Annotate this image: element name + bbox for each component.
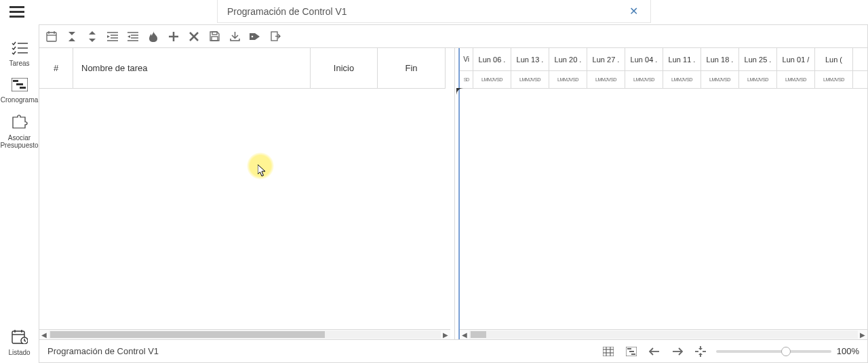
gantt-days: LMMJVSD xyxy=(777,71,815,88)
document-tab[interactable]: Programación de Control V1 ✕ xyxy=(217,0,651,23)
gantt-weeks-row: Vi Lun 06 . Lun 13 . Lun 20 . Lun 27 . L… xyxy=(460,48,867,71)
cursor-highlight xyxy=(247,152,274,179)
svg-rect-15 xyxy=(47,33,56,41)
nav-center-icon[interactable] xyxy=(693,344,708,359)
cursor-icon xyxy=(258,165,267,179)
main-panel: # Nombre de tarea Inicio Fin ◀ ▶ xyxy=(39,24,868,363)
gantt-week[interactable]: Lun 27 . xyxy=(587,48,625,70)
grid-header: # Nombre de tarea Inicio Fin xyxy=(39,48,450,89)
gantt-week[interactable]: Lun 11 . xyxy=(663,48,701,70)
nav-listado[interactable]: Listado xyxy=(2,325,37,363)
gantt-header: Vi Lun 06 . Lun 13 . Lun 20 . Lun 27 . L… xyxy=(460,48,867,89)
timeline-handle[interactable] xyxy=(456,87,463,94)
svg-marker-32 xyxy=(127,35,130,38)
gantt-days: LMMJVSD xyxy=(511,71,549,88)
gantt-week[interactable]: Lun 06 . xyxy=(473,48,511,70)
content-split: # Nombre de tarea Inicio Fin ◀ ▶ xyxy=(39,48,867,339)
scroll-thumb[interactable] xyxy=(50,331,325,338)
gantt-icon xyxy=(12,78,28,93)
expand-vert-icon[interactable] xyxy=(85,30,99,43)
gantt-week[interactable]: Lun 20 . xyxy=(549,48,587,70)
gantt-days: LMMJVSD xyxy=(587,71,625,88)
scroll-thumb[interactable] xyxy=(471,331,486,338)
outdent-icon[interactable] xyxy=(126,30,140,43)
gantt-days-row: SD LMMJVSD LMMJVSD LMMJVSD LMMJVSD LMMJV… xyxy=(460,71,867,89)
calendar-icon[interactable] xyxy=(45,30,58,43)
hamburger-menu[interactable] xyxy=(0,0,34,24)
indent-icon[interactable] xyxy=(106,30,119,43)
gantt-days: LMMJVSD xyxy=(663,71,701,88)
gantt-week-partial[interactable]: Vi xyxy=(460,48,473,70)
gantt-week[interactable]: Lun 25 . xyxy=(739,48,777,70)
delete-icon[interactable] xyxy=(187,30,201,43)
scroll-left-icon[interactable]: ◀ xyxy=(39,330,49,339)
gantt-week[interactable]: Lun 13 . xyxy=(511,48,549,70)
col-name[interactable]: Nombre de tarea xyxy=(73,48,311,89)
exit-icon[interactable] xyxy=(269,30,282,43)
gantt-days: LMMJVSD xyxy=(701,71,739,88)
col-end[interactable]: Fin xyxy=(378,48,446,89)
nav-back-icon[interactable] xyxy=(647,344,662,359)
tag-icon[interactable] xyxy=(248,30,262,43)
svg-marker-20 xyxy=(68,38,75,41)
nav-asociar[interactable]: Asociar Presupuesto xyxy=(2,110,37,156)
grid-hscroll[interactable]: ◀ ▶ xyxy=(39,329,450,339)
flame-icon[interactable] xyxy=(146,30,160,43)
svg-marker-22 xyxy=(89,39,96,42)
checklist-icon xyxy=(12,41,28,57)
svg-rect-7 xyxy=(13,80,18,82)
svg-marker-21 xyxy=(89,31,96,35)
svg-rect-49 xyxy=(627,348,631,349)
plus-icon[interactable] xyxy=(167,30,180,43)
gantt-days: LMMJVSD xyxy=(473,71,511,88)
gantt-days: LMMJVSD xyxy=(815,71,853,88)
grid-body[interactable] xyxy=(39,89,450,329)
svg-rect-43 xyxy=(603,347,614,356)
scroll-track[interactable] xyxy=(49,330,441,339)
gantt-hscroll[interactable]: ◀ ▶ xyxy=(460,329,867,339)
scroll-right-icon[interactable]: ▶ xyxy=(858,330,867,339)
gantt-body[interactable] xyxy=(460,89,867,329)
collapse-vert-icon[interactable] xyxy=(65,30,79,43)
gantt-days: LMMJVSD xyxy=(625,71,663,88)
zoom-label: 100% xyxy=(837,346,859,356)
save-icon[interactable] xyxy=(208,30,221,43)
view-table-icon[interactable] xyxy=(601,344,616,359)
svg-marker-19 xyxy=(68,32,75,35)
status-title: Programación de Control V1 xyxy=(47,346,593,356)
gantt-week[interactable]: Lun 01 / xyxy=(777,48,815,70)
gantt-week[interactable]: Lun ( xyxy=(815,48,853,70)
top-bar: Programación de Control V1 ✕ xyxy=(0,0,868,24)
gantt-days: LMMJVSD xyxy=(549,71,587,88)
close-icon[interactable]: ✕ xyxy=(627,2,641,20)
col-number[interactable]: # xyxy=(39,48,73,89)
calendar-list-icon xyxy=(12,329,28,346)
download-icon[interactable] xyxy=(228,30,241,43)
svg-rect-0 xyxy=(9,6,24,8)
gantt-days: LMMJVSD xyxy=(739,71,777,88)
scroll-left-icon[interactable]: ◀ xyxy=(460,330,469,339)
toolbar xyxy=(39,25,867,48)
gantt-days-partial: SD xyxy=(460,71,473,88)
gantt-week[interactable]: Lun 04 . xyxy=(625,48,663,70)
nav-forward-icon[interactable] xyxy=(670,344,685,359)
nav-label: Asociar Presupuesto xyxy=(0,134,38,149)
view-gantt-icon[interactable] xyxy=(624,344,639,359)
status-bar: Programación de Control V1 100% xyxy=(39,339,867,362)
svg-rect-50 xyxy=(629,351,634,352)
nav-label: Listado xyxy=(8,349,30,356)
zoom-slider[interactable] xyxy=(716,350,831,353)
col-start[interactable]: Inicio xyxy=(311,48,378,89)
scroll-track[interactable] xyxy=(469,330,858,339)
nav-cronograma[interactable]: Cronograma xyxy=(2,74,37,110)
svg-rect-9 xyxy=(20,87,26,89)
gantt-week[interactable]: Lun 18 . xyxy=(701,48,739,70)
zoom-handle[interactable] xyxy=(781,347,791,356)
nav-label: Cronograma xyxy=(1,96,39,104)
tab-title: Programación de Control V1 xyxy=(227,6,627,17)
svg-marker-27 xyxy=(107,35,110,38)
svg-rect-1 xyxy=(9,11,24,13)
zoom-control: 100% xyxy=(716,346,859,356)
nav-tareas[interactable]: Tareas xyxy=(2,37,37,74)
scroll-right-icon[interactable]: ▶ xyxy=(441,330,450,339)
